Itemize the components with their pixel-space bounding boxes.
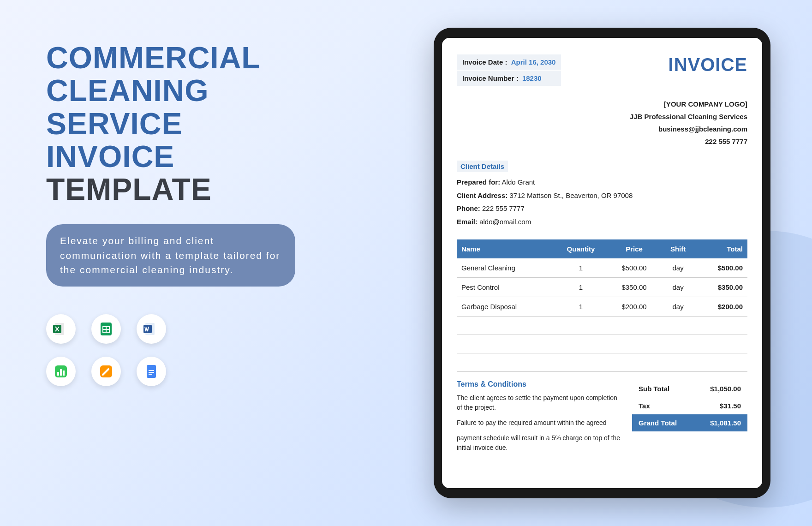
cell-name: Pest Control [457, 278, 553, 297]
terms-block: Terms & Conditions The client agrees to … [457, 380, 623, 458]
invoice-date-value: April 16, 2030 [511, 58, 556, 66]
invoice-number-value: 18230 [522, 74, 542, 82]
title-line-1: COMMERCIAL [46, 42, 304, 74]
col-shift: Shift [660, 239, 696, 258]
client-phone: Phone: 222 555 7777 [457, 202, 747, 215]
client-prepared-for: Prepared for: Aldo Grant [457, 176, 747, 189]
tablet-frame: Invoice Date : April 16, 2030 Invoice Nu… [434, 28, 770, 498]
cell-qty: 1 [553, 278, 609, 297]
company-block: [YOUR COMPANY LOGO] JJB Professional Cle… [457, 98, 747, 148]
cell-qty: 1 [553, 258, 609, 278]
invoice-meta-block: Invoice Date : April 16, 2030 Invoice Nu… [457, 54, 561, 87]
table-row: General Cleaning 1 $500.00 day $500.00 [457, 258, 747, 278]
client-phone-value: 222 555 7777 [482, 204, 525, 212]
subtotal-value: $1,050.00 [710, 385, 741, 393]
company-name: JJB Professional Cleaning Services [457, 110, 747, 123]
cell-total: $500.00 [696, 258, 747, 278]
line-items-table: Name Quantity Price Shift Total General … [457, 239, 747, 372]
col-price: Price [609, 239, 660, 258]
invoice-heading: INVOICE [669, 54, 747, 75]
invoice-number-row: Invoice Number : 18230 [457, 71, 561, 86]
client-phone-label: Phone: [457, 204, 480, 212]
terms-paragraph: payment schedule will result in a 5% cha… [457, 433, 623, 453]
client-section-title: Client Details [457, 161, 508, 172]
tax-label: Tax [639, 402, 650, 410]
cell-price: $350.00 [609, 278, 660, 297]
cell-price: $500.00 [609, 258, 660, 278]
client-address-label: Client Address: [457, 191, 508, 199]
title-line-4: INVOICE [46, 140, 304, 173]
invoice-date-label: Invoice Date : [462, 58, 508, 66]
client-prepared-for-value: Aldo Grant [502, 178, 535, 186]
svg-rect-15 [149, 372, 154, 373]
numbers-icon[interactable] [46, 357, 76, 386]
title-line-2: CLEANING [46, 74, 304, 107]
terms-title: Terms & Conditions [457, 380, 623, 389]
company-email: business@jjbcleaning.com [457, 123, 747, 135]
cell-qty: 1 [553, 297, 609, 317]
col-name: Name [457, 239, 553, 258]
sheets-icon[interactable] [91, 314, 121, 344]
docs-icon[interactable] [137, 357, 166, 386]
company-logo-placeholder: [YOUR COMPANY LOGO] [457, 98, 747, 110]
grand-total-row: Grand Total $1,081.50 [632, 414, 747, 431]
table-row-empty [457, 353, 747, 372]
invoice-document: Invoice Date : April 16, 2030 Invoice Nu… [442, 38, 762, 488]
table-row-empty [457, 335, 747, 353]
cell-price: $200.00 [609, 297, 660, 317]
svg-rect-9 [57, 372, 59, 376]
excel-icon[interactable] [46, 314, 76, 344]
svg-rect-13 [147, 365, 156, 378]
tax-value: $31.50 [720, 402, 741, 410]
client-email-value: aldo@omail.com [479, 218, 531, 226]
client-prepared-for-label: Prepared for: [457, 178, 500, 186]
title-line-3: SERVICE [46, 108, 304, 140]
client-address: Client Address: 3712 Mattson St., Beaver… [457, 189, 747, 203]
tax-row: Tax $31.50 [632, 397, 747, 414]
cell-name: Garbage Disposal [457, 297, 553, 317]
svg-rect-10 [60, 369, 62, 376]
client-address-value: 3712 Mattson St., Beaverton, OR 97008 [509, 191, 633, 199]
cell-total: $200.00 [696, 297, 747, 317]
grand-total-label: Grand Total [639, 419, 677, 427]
tagline: Elevate your billing and client communic… [46, 224, 295, 287]
terms-paragraph: The client agrees to settle the payment … [457, 393, 623, 412]
col-qty: Quantity [553, 239, 609, 258]
subtotal-label: Sub Total [639, 385, 669, 393]
totals-block: Sub Total $1,050.00 Tax $31.50 Grand Tot… [632, 380, 747, 458]
svg-rect-14 [149, 370, 154, 371]
pages-icon[interactable] [91, 357, 121, 386]
svg-rect-7 [143, 325, 152, 333]
table-row-empty [457, 317, 747, 335]
cell-total: $350.00 [696, 278, 747, 297]
svg-rect-16 [149, 374, 152, 375]
client-email-label: Email: [457, 218, 478, 226]
title-line-5: TEMPLATE [46, 173, 304, 206]
table-row: Pest Control 1 $350.00 day $350.00 [457, 278, 747, 297]
invoice-number-label: Invoice Number : [462, 74, 519, 82]
main-title: COMMERCIAL CLEANING SERVICE INVOICE TEMP… [46, 42, 304, 206]
cell-shift: day [660, 258, 696, 278]
svg-rect-11 [63, 371, 65, 376]
subtotal-row: Sub Total $1,050.00 [632, 380, 747, 397]
terms-paragraph: Failure to pay the required amount withi… [457, 418, 623, 428]
cell-shift: day [660, 297, 696, 317]
client-email: Email: aldo@omail.com [457, 215, 747, 229]
left-panel: COMMERCIAL CLEANING SERVICE INVOICE TEMP… [46, 42, 304, 386]
table-row: Garbage Disposal 1 $200.00 day $200.00 [457, 297, 747, 317]
word-icon[interactable] [137, 314, 166, 344]
grand-total-value: $1,081.50 [710, 419, 741, 427]
col-total: Total [696, 239, 747, 258]
format-icon-grid [46, 314, 304, 386]
invoice-date-row: Invoice Date : April 16, 2030 [457, 54, 561, 70]
cell-name: General Cleaning [457, 258, 553, 278]
company-phone: 222 555 7777 [457, 135, 747, 148]
cell-shift: day [660, 278, 696, 297]
